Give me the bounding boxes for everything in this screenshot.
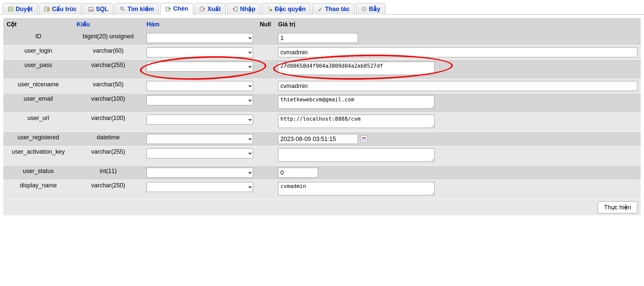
svg-rect-23 xyxy=(362,138,366,139)
function-select[interactable] xyxy=(147,134,253,144)
table-icon xyxy=(8,6,14,12)
column-name: ID xyxy=(3,31,73,45)
value-textarea[interactable]: cvmadmin xyxy=(278,182,435,195)
tab-triggers[interactable]: Bẫy xyxy=(356,3,385,15)
null-cell xyxy=(256,45,275,60)
function-select[interactable] xyxy=(147,95,253,105)
tab-import-label: Nhập xyxy=(240,5,255,13)
table-row: user_nicenamevarchar(50) xyxy=(3,79,641,93)
tab-browse[interactable]: Duyệt xyxy=(3,3,38,15)
value-cell xyxy=(275,79,641,93)
svg-rect-24 xyxy=(363,139,364,140)
svg-rect-16 xyxy=(234,7,237,11)
value-cell: 27d00658d4f904a3809d04a2eb8527df xyxy=(275,60,641,79)
header-null: Null xyxy=(256,18,275,31)
function-select[interactable] xyxy=(147,182,253,192)
function-select[interactable] xyxy=(147,47,253,57)
tab-search-label: Tìm kiếm xyxy=(128,5,154,13)
tab-structure-label: Cấu trúc xyxy=(52,5,77,13)
svg-rect-19 xyxy=(321,7,322,9)
svg-point-17 xyxy=(268,7,270,9)
value-textarea[interactable] xyxy=(278,148,435,162)
null-cell xyxy=(256,60,275,79)
tab-privileges-label: Đặc quyền xyxy=(275,5,306,13)
null-cell xyxy=(256,146,275,166)
null-cell xyxy=(256,113,275,132)
value-input[interactable] xyxy=(278,134,358,144)
value-textarea[interactable]: thietkewebcvm@gmail.com xyxy=(278,95,435,109)
tab-search[interactable]: Tìm kiếm xyxy=(115,3,159,15)
value-textarea[interactable]: 27d00658d4f904a3809d04a2eb8527df xyxy=(278,62,435,75)
column-type: int(11) xyxy=(73,166,143,180)
svg-point-18 xyxy=(270,9,272,11)
tab-export-label: Xuất xyxy=(207,5,221,13)
tab-structure[interactable]: Cấu trúc xyxy=(39,3,82,15)
value-input[interactable] xyxy=(278,168,318,178)
export-icon xyxy=(199,6,205,12)
null-cell xyxy=(256,132,275,146)
column-name: display_name xyxy=(3,180,73,199)
svg-rect-0 xyxy=(8,7,13,11)
table-row: user_loginvarchar(60) xyxy=(3,45,641,60)
privileges-icon xyxy=(267,6,273,12)
svg-rect-25 xyxy=(364,139,365,140)
function-cell xyxy=(143,93,256,113)
value-textarea[interactable]: http://localhost:8888/cvm xyxy=(278,115,435,128)
function-select[interactable] xyxy=(147,81,253,91)
tab-privileges[interactable]: Đặc quyền xyxy=(262,3,311,15)
function-select[interactable] xyxy=(147,115,253,125)
null-cell xyxy=(256,180,275,199)
function-select[interactable] xyxy=(147,148,253,158)
value-cell xyxy=(275,166,641,180)
function-cell xyxy=(143,146,256,166)
table-row: user_activation_keyvarchar(255) xyxy=(3,146,641,166)
insert-table: Cột Kiểu Hàm Null Giá trị IDbigint(20) u… xyxy=(3,18,641,216)
header-function[interactable]: Hàm xyxy=(143,18,256,31)
execute-button[interactable]: Thực hiện xyxy=(598,201,637,213)
value-input[interactable] xyxy=(278,81,637,91)
header-type[interactable]: Kiểu xyxy=(73,18,143,31)
triggers-icon xyxy=(361,6,367,12)
function-cell xyxy=(143,132,256,146)
column-type: bigint(20) unsigned xyxy=(73,31,143,45)
value-cell: cvmadmin xyxy=(275,180,641,199)
function-cell xyxy=(143,166,256,180)
value-cell xyxy=(275,45,641,60)
calendar-icon[interactable] xyxy=(361,136,367,142)
tab-operations[interactable]: Thao tác xyxy=(312,3,355,15)
tab-browse-label: Duyệt xyxy=(16,5,33,13)
column-name: user_nicename xyxy=(3,79,73,93)
function-cell xyxy=(143,45,256,60)
function-cell xyxy=(143,180,256,199)
function-select[interactable] xyxy=(147,33,253,43)
header-value: Giá trị xyxy=(275,18,641,31)
function-select[interactable] xyxy=(147,62,253,72)
svg-point-6 xyxy=(47,9,49,11)
tab-export[interactable]: Xuất xyxy=(194,3,226,15)
operations-icon xyxy=(317,6,323,12)
column-name: user_login xyxy=(3,45,73,60)
table-row: display_namevarchar(250)cvmadmin xyxy=(3,180,641,199)
column-type: varchar(100) xyxy=(73,93,143,113)
column-name: user_email xyxy=(3,93,73,113)
svg-point-21 xyxy=(363,8,365,10)
svg-line-10 xyxy=(123,9,125,11)
null-cell xyxy=(256,166,275,180)
svg-text:SQL: SQL xyxy=(89,9,94,11)
table-row: user_emailvarchar(100)thietkewebcvm@gmai… xyxy=(3,93,641,113)
table-row: user_registereddatetime xyxy=(3,132,641,146)
function-select[interactable] xyxy=(147,168,253,178)
null-cell xyxy=(256,31,275,45)
value-cell: http://localhost:8888/cvm xyxy=(275,113,641,132)
structure-icon xyxy=(44,6,50,12)
column-name: user_registered xyxy=(3,132,73,146)
value-input[interactable] xyxy=(278,47,637,57)
column-name: user_activation_key xyxy=(3,146,73,166)
tab-sql[interactable]: SQL SQL xyxy=(83,3,113,15)
tab-insert[interactable]: Chèn xyxy=(160,3,193,15)
column-type: varchar(255) xyxy=(73,146,143,166)
insert-form: Cột Kiểu Hàm Null Giá trị IDbigint(20) u… xyxy=(0,15,644,216)
tab-import[interactable]: Nhập xyxy=(227,3,260,15)
svg-rect-11 xyxy=(166,7,169,11)
value-input[interactable] xyxy=(278,33,358,43)
